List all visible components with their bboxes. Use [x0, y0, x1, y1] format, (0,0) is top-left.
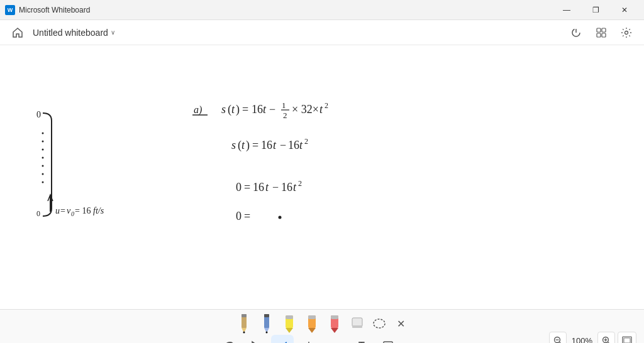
svg-point-12	[42, 165, 44, 167]
svg-rect-67	[264, 314, 269, 317]
svg-text:2: 2	[298, 179, 302, 188]
svg-text:1: 1	[282, 101, 286, 110]
zoom-level: 100%	[569, 336, 595, 344]
fit-page-button[interactable]	[618, 332, 636, 343]
tool-palette: ✕	[0, 310, 644, 334]
svg-text:): )	[236, 103, 240, 116]
svg-point-6	[625, 31, 628, 34]
undo-button[interactable]	[218, 335, 241, 343]
svg-marker-76	[331, 328, 338, 333]
lasso-icon	[372, 316, 387, 331]
svg-text:=: =	[242, 103, 248, 116]
highlighter-pink[interactable]	[325, 313, 345, 334]
titlebar: W Microsoft Whiteboard — ❐ ✕	[0, 0, 644, 20]
pencil-tool-1[interactable]	[234, 313, 254, 334]
home-button[interactable]	[8, 23, 28, 43]
svg-text:=: =	[60, 206, 65, 215]
menubar-right	[566, 23, 636, 43]
eraser-tool[interactable]	[347, 313, 367, 334]
svg-rect-63	[242, 314, 247, 317]
svg-text:t: t	[265, 181, 269, 193]
zoom-out-icon	[553, 336, 562, 343]
svg-text:s: s	[231, 139, 236, 151]
whiteboard-name-button[interactable]: Untitled whiteboard ∨	[33, 28, 115, 38]
svg-text:ft/s: ft/s	[93, 206, 104, 215]
svg-text:t: t	[273, 139, 277, 151]
highlight-icon	[303, 340, 315, 343]
select-icon	[250, 340, 262, 343]
svg-text:−: −	[272, 181, 279, 193]
heart-icon: ♥	[332, 340, 339, 344]
share-button[interactable]	[591, 23, 611, 43]
svg-text:0: 0	[71, 210, 74, 217]
text-icon: T	[358, 340, 365, 343]
svg-text:t: t	[299, 139, 303, 151]
minimize-button[interactable]: —	[552, 0, 581, 20]
highlight-button[interactable]	[297, 335, 320, 343]
svg-text:2: 2	[283, 111, 287, 120]
settings-button[interactable]	[616, 23, 636, 43]
bottom-area: ✕	[0, 309, 644, 343]
svg-marker-73	[308, 328, 316, 333]
highlighter-orange[interactable]	[302, 313, 322, 334]
svg-point-80	[374, 319, 385, 328]
svg-text:2: 2	[304, 137, 308, 146]
pen-button[interactable]	[271, 335, 294, 343]
more-tools-button[interactable]: ···	[403, 335, 426, 343]
svg-text:t: t	[263, 103, 267, 116]
svg-rect-5	[602, 33, 606, 37]
home-icon	[12, 27, 23, 38]
restore-button[interactable]: ❐	[581, 0, 610, 20]
svg-text:= 16: = 16	[75, 206, 91, 215]
svg-point-11	[42, 157, 44, 159]
power-button[interactable]	[566, 23, 586, 43]
svg-text:=: =	[244, 210, 250, 222]
zoom-out-button[interactable]	[549, 332, 567, 343]
window-controls: — ❐ ✕	[552, 0, 639, 20]
svg-text:−: −	[269, 103, 275, 116]
svg-text:u: u	[55, 206, 60, 215]
select-button[interactable]	[245, 335, 267, 343]
svg-rect-77	[331, 315, 338, 319]
lasso-button[interactable]	[370, 314, 389, 333]
svg-text:0: 0	[236, 181, 242, 193]
text-button[interactable]: T	[350, 335, 373, 343]
zoom-in-icon	[602, 336, 611, 343]
svg-text:0: 0	[36, 209, 40, 218]
svg-text:t: t	[242, 139, 245, 151]
svg-rect-3	[602, 28, 606, 32]
svg-text:× 32×: × 32×	[292, 103, 319, 116]
svg-rect-71	[286, 315, 293, 319]
svg-text:=: =	[244, 181, 250, 193]
svg-text:16: 16	[252, 103, 263, 116]
svg-text:t: t	[293, 181, 297, 193]
svg-point-14	[42, 182, 44, 183]
zoom-in-button[interactable]	[597, 332, 615, 343]
pencil-tool-2[interactable]	[257, 313, 277, 334]
svg-point-13	[42, 173, 44, 175]
svg-text:−: −	[280, 139, 286, 151]
titlebar-title: Microsoft Whiteboard	[19, 6, 552, 14]
settings-icon	[621, 27, 632, 38]
svg-text:16: 16	[281, 181, 292, 193]
zoom-controls: 100%	[549, 332, 636, 343]
svg-text:0: 0	[36, 110, 41, 119]
svg-text:): )	[246, 139, 250, 152]
svg-text:16: 16	[288, 139, 299, 151]
sticky-note-button[interactable]	[377, 335, 399, 343]
power-icon	[570, 27, 582, 38]
main-toolbar: ♥ T ···	[0, 334, 644, 343]
svg-rect-78	[352, 318, 362, 327]
svg-text:v: v	[67, 206, 71, 215]
svg-point-9	[42, 141, 44, 143]
heart-button[interactable]: ♥	[324, 335, 347, 343]
svg-point-8	[42, 133, 44, 134]
menubar: Untitled whiteboard ∨	[0, 20, 644, 45]
svg-marker-70	[286, 328, 293, 333]
app-icon: W	[5, 5, 15, 15]
svg-rect-74	[308, 315, 316, 319]
close-palette-button[interactable]: ✕	[391, 314, 410, 333]
whiteboard-canvas[interactable]: 0 u = v 0 = 16 ft/s 0 a) s ( t ) = 16 t	[0, 45, 644, 309]
close-button[interactable]: ✕	[610, 0, 639, 20]
highlighter-yellow[interactable]	[279, 313, 299, 334]
